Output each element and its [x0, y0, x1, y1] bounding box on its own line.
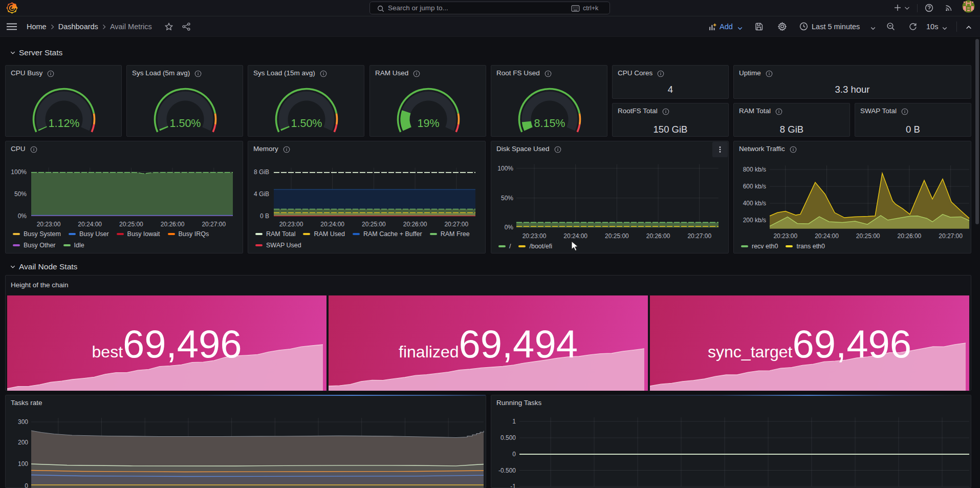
svg-text:20:27:00: 20:27:00 [444, 221, 468, 228]
svg-text:20:23:00: 20:23:00 [522, 232, 547, 240]
svg-text:8.15%: 8.15% [534, 117, 565, 130]
svg-text:50%: 50% [14, 190, 27, 198]
svg-text:20:26:00: 20:26:00 [898, 232, 922, 240]
svg-text:400 kb/s: 400 kb/s [743, 200, 766, 207]
svg-text:20:27:00: 20:27:00 [687, 232, 711, 240]
svg-text:4 GiB: 4 GiB [254, 190, 269, 198]
svg-text:0.500: 0.500 [500, 434, 516, 441]
svg-text:20:26:00: 20:26:00 [403, 221, 427, 228]
svg-text:0%: 0% [18, 213, 27, 220]
svg-text:1.50%: 1.50% [170, 117, 201, 130]
svg-text:20:23:00: 20:23:00 [279, 221, 303, 228]
svg-text:20:24:00: 20:24:00 [320, 221, 344, 228]
svg-text:1.50%: 1.50% [291, 117, 322, 130]
svg-text:800 kb/s: 800 kb/s [743, 166, 766, 173]
svg-text:8 GiB: 8 GiB [254, 168, 269, 176]
svg-text:20:24:00: 20:24:00 [815, 232, 839, 240]
svg-text:1: 1 [512, 418, 516, 425]
svg-text:20:25:00: 20:25:00 [362, 221, 386, 228]
svg-text:0 B: 0 B [260, 213, 269, 220]
svg-text:0: 0 [25, 482, 28, 488]
svg-text:20:26:00: 20:26:00 [161, 221, 185, 228]
svg-text:100%: 100% [11, 168, 27, 176]
svg-text:-0.500: -0.500 [498, 467, 516, 474]
svg-text:0%: 0% [505, 224, 514, 231]
svg-text:20:24:00: 20:24:00 [78, 221, 102, 228]
svg-text:50%: 50% [501, 195, 513, 202]
svg-text:20:27:00: 20:27:00 [202, 221, 226, 228]
svg-text:20:24:00: 20:24:00 [563, 232, 587, 240]
svg-text:200: 200 [18, 439, 28, 446]
svg-text:20:25:00: 20:25:00 [605, 232, 629, 240]
svg-text:20:26:00: 20:26:00 [646, 232, 670, 240]
svg-text:20:25:00: 20:25:00 [856, 232, 880, 240]
svg-text:600 kb/s: 600 kb/s [743, 183, 766, 190]
svg-text:20:23:00: 20:23:00 [773, 232, 797, 240]
svg-text:20:23:00: 20:23:00 [37, 221, 61, 228]
svg-text:100: 100 [18, 460, 28, 468]
svg-text:100%: 100% [497, 165, 513, 172]
svg-text:0: 0 [512, 451, 516, 458]
svg-text:-1: -1 [510, 483, 516, 488]
svg-text:1.12%: 1.12% [49, 117, 80, 130]
svg-text:20:27:00: 20:27:00 [939, 232, 963, 240]
svg-text:20:25:00: 20:25:00 [119, 221, 143, 228]
svg-text:19%: 19% [417, 117, 439, 130]
svg-text:300: 300 [18, 418, 28, 426]
svg-text:200 kb/s: 200 kb/s [743, 217, 766, 224]
